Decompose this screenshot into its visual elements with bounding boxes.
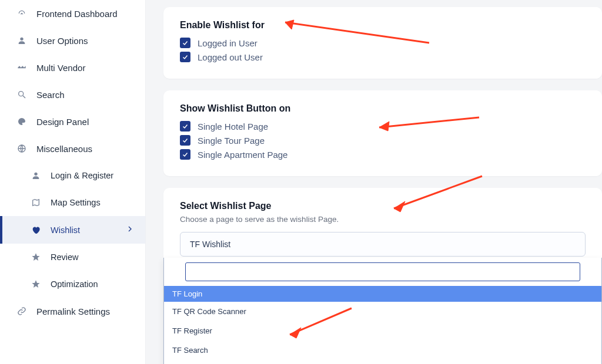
card-enable-wishlist: Enable Wishlist for Logged in User Logge… [163,7,602,79]
sidebar-item-label: Wishlist [51,225,80,235]
select-option-highlighted[interactable]: TF Login [164,286,601,302]
sidebar-item-label: Login & Register [51,171,113,180]
search-icon [15,89,28,100]
card-show-wishlist-button: Show Wishlist Button on Single Hotel Pag… [163,90,602,176]
select-dropdown: TF Login TF QR Code Scanner TF Register … [163,258,602,364]
sidebar-item-frontend-dashboard[interactable]: Frontend Dashboard [0,0,145,27]
card-title: Select Wishlist Page [180,201,586,211]
chevron-right-icon [125,224,135,235]
sidebar-item-review[interactable]: Review [0,244,145,271]
sidebar-item-search[interactable]: Search [0,81,145,108]
svg-point-4 [34,173,37,176]
sidebar-item-miscellaneous[interactable]: Miscellaneous [0,135,145,162]
svg-point-1 [19,92,24,96]
checkbox-label: Single Apartment Page [198,150,287,160]
sidebar-item-label: Optimization [51,279,98,289]
card-subtitle: Choose a page to serve as the wishlist P… [180,215,586,224]
handshake-icon [15,62,28,73]
option-label: TF Login [172,289,202,298]
sidebar-item-design-panel[interactable]: Design Panel [0,108,145,135]
checkbox-single-tour[interactable]: Single Tour Page [180,135,586,146]
select-option[interactable]: TF Search Form [164,360,601,364]
sidebar-item-label: Search [36,90,65,100]
sidebar-item-label: Permalink Settings [36,306,110,316]
sidebar-item-multi-vendor[interactable]: Multi Vendor [0,54,145,81]
sidebar: Frontend Dashboard User Options Multi Ve… [0,0,146,364]
wishlist-page-select[interactable]: TF Wishlist [180,232,586,257]
heart-icon [29,225,42,235]
star-icon [29,279,42,289]
sidebar-item-label: Map Settings [51,198,101,207]
checkbox-logged-in-user[interactable]: Logged in User [180,38,586,48]
checkbox-logged-out-user[interactable]: Logged out User [180,52,586,62]
check-icon [180,38,190,48]
sidebar-item-map-settings[interactable]: Map Settings [0,189,145,216]
user-icon [15,35,28,46]
sidebar-item-label: Miscellaneous [36,144,92,154]
user-icon [29,170,42,181]
globe-icon [15,143,28,154]
checkbox-label: Logged out User [198,52,263,62]
sidebar-item-wishlist[interactable]: Wishlist [0,216,145,244]
card-title: Enable Wishlist for [180,20,586,31]
sidebar-item-user-options[interactable]: User Options [0,27,145,54]
star-icon [29,252,42,262]
svg-point-0 [20,38,23,41]
gauge-icon [15,8,28,19]
sidebar-item-label: Design Panel [36,117,89,127]
check-icon [180,149,190,160]
option-label: TF QR Code Scanner [172,307,246,316]
check-icon [180,121,190,132]
sidebar-item-permalink-settings[interactable]: Permalink Settings [0,298,145,325]
checkbox-single-hotel[interactable]: Single Hotel Page [180,121,586,132]
option-label: TF Search [172,346,208,355]
card-select-wishlist-page: Select Wishlist Page Choose a page to se… [163,188,602,364]
palette-icon [15,116,28,127]
sidebar-item-label: Multi Vendor [36,63,85,73]
checkbox-label: Logged in User [198,38,257,48]
map-icon [29,197,42,208]
checkbox-single-apartment[interactable]: Single Apartment Page [180,149,586,160]
checkbox-label: Single Hotel Page [198,122,268,132]
check-icon [180,52,190,62]
sidebar-item-label: User Options [36,36,88,46]
check-icon [180,135,190,146]
select-option[interactable]: TF Search [164,341,601,360]
option-label: TF Register [172,326,212,335]
sidebar-item-login-register[interactable]: Login & Register [0,162,145,189]
checkbox-label: Single Tour Page [198,136,265,146]
main-content: Enable Wishlist for Logged in User Logge… [146,0,602,364]
card-title: Show Wishlist Button on [180,103,586,114]
link-icon [15,306,28,316]
sidebar-item-label: Frontend Dashboard [36,9,118,19]
svg-line-2 [23,96,25,98]
select-search-input[interactable] [185,262,580,281]
select-option[interactable]: TF Register [164,321,601,341]
sidebar-item-optimization[interactable]: Optimization [0,271,145,298]
sidebar-item-label: Review [51,252,79,262]
select-option[interactable]: TF QR Code Scanner [164,302,601,321]
select-value: TF Wishlist [190,240,230,249]
